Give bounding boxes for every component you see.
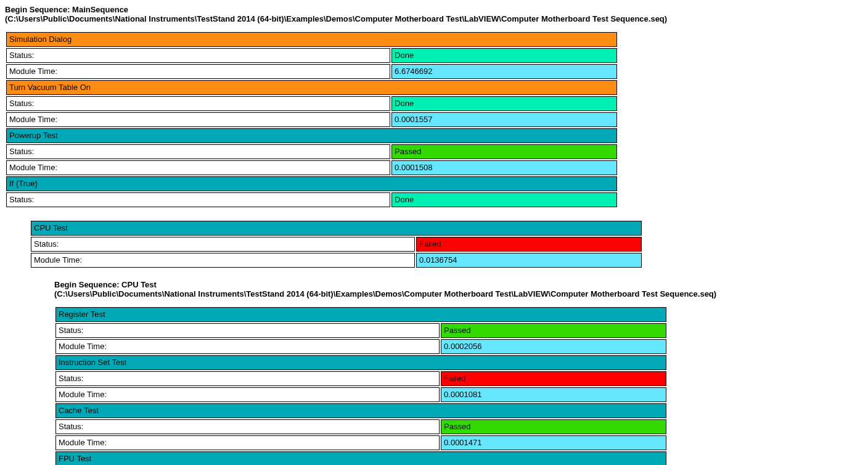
moduletime-value-cell: 0.0001081 <box>441 387 666 402</box>
sequence-main-header: Begin Sequence: MainSequence (C:\Users\P… <box>5 5 863 23</box>
step-name-cell: Register Test <box>55 307 666 322</box>
sequence-path: (C:\Users\Public\Documents\National Inst… <box>5 14 667 23</box>
status-value-cell: Passed <box>441 419 666 434</box>
step-name-cell: Powerup Test <box>6 128 617 143</box>
step-name-cell: If {True} <box>6 176 617 191</box>
step-name-cell: Instruction Set Test <box>55 355 666 370</box>
status-label-cell: Status: <box>6 48 390 63</box>
status-value-cell: Done <box>391 48 617 63</box>
status-value-cell: Failed <box>441 371 666 386</box>
report-table-cpu: Register TestStatus:PassedModule Time:0.… <box>54 306 668 465</box>
sequence-path: (C:\Users\Public\Documents\National Inst… <box>54 289 716 298</box>
step-name-cell: Turn Vacuum Table On <box>6 80 617 95</box>
report-table-main: Simulation DialogStatus:DoneModule Time:… <box>5 31 618 208</box>
step-name-cell: Cache Test <box>55 403 666 418</box>
report-table-main-indent: CPU TestStatus:FailedModule Time:0.01367… <box>30 220 643 269</box>
moduletime-label-cell: Module Time: <box>55 387 440 402</box>
sequence-title: Begin Sequence: CPU Test <box>54 280 157 289</box>
step-name-cell: FPU Test <box>55 451 666 465</box>
status-value-cell: Done <box>391 96 617 111</box>
sequence-cpu-header: Begin Sequence: CPU Test (C:\Users\Publi… <box>5 280 863 298</box>
moduletime-label-cell: Module Time: <box>6 160 390 175</box>
status-label-cell: Status: <box>55 419 440 434</box>
status-label-cell: Status: <box>31 237 415 252</box>
moduletime-value-cell: 0.0136754 <box>416 253 642 268</box>
sequence-title: Begin Sequence: MainSequence <box>5 5 128 14</box>
moduletime-value-cell: 0.0001471 <box>441 435 666 450</box>
status-value-cell: Passed <box>441 323 666 338</box>
moduletime-label-cell: Module Time: <box>55 339 440 354</box>
status-label-cell: Status: <box>6 144 390 159</box>
status-value-cell: Done <box>391 192 617 207</box>
step-name-cell: Simulation Dialog <box>6 32 617 47</box>
moduletime-value-cell: 0.0001508 <box>391 160 617 175</box>
moduletime-label-cell: Module Time: <box>6 112 390 127</box>
step-name-cell: CPU Test <box>31 221 642 236</box>
status-label-cell: Status: <box>6 96 390 111</box>
moduletime-label-cell: Module Time: <box>55 435 440 450</box>
status-label-cell: Status: <box>6 192 390 207</box>
moduletime-label-cell: Module Time: <box>6 64 390 79</box>
status-value-cell: Failed <box>416 237 642 252</box>
moduletime-value-cell: 0.0002056 <box>441 339 666 354</box>
moduletime-value-cell: 6.6746692 <box>391 64 617 79</box>
moduletime-value-cell: 0.0001557 <box>391 112 617 127</box>
moduletime-label-cell: Module Time: <box>31 253 415 268</box>
status-label-cell: Status: <box>55 323 440 338</box>
status-value-cell: Passed <box>391 144 617 159</box>
status-label-cell: Status: <box>55 371 440 386</box>
